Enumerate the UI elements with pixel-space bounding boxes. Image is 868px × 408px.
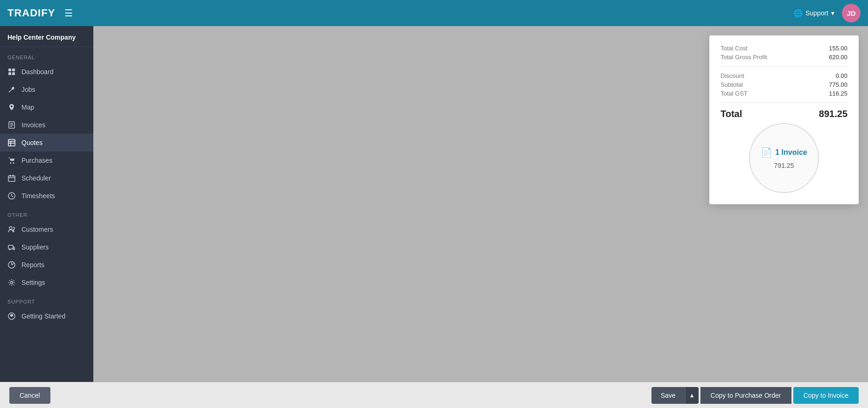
svg-point-13 — [13, 162, 14, 164]
svg-rect-0 — [8, 69, 11, 71]
discount-value: 0.00 — [836, 72, 847, 79]
cart-icon — [7, 156, 16, 165]
total-gst-value: 116.25 — [829, 90, 847, 97]
hamburger-menu[interactable]: ☰ — [64, 7, 73, 19]
suppliers-label: Suppliers — [21, 243, 49, 251]
app-logo: TRADIFY — [7, 7, 55, 19]
sidebar-item-scheduler[interactable]: Scheduler — [0, 169, 93, 187]
globe-icon: 🌐 — [793, 9, 803, 18]
copy-to-invoice-button[interactable]: Copy to Invoice — [793, 387, 859, 404]
truck-icon — [7, 243, 16, 251]
invoice-circle-container: 📄 1 Invoice 791.25 — [721, 123, 847, 193]
sidebar-section-general: GENERAL — [0, 47, 93, 63]
cancel-button[interactable]: Cancel — [9, 387, 50, 404]
total-cost-row: Total Cost 155.00 — [721, 45, 847, 52]
dashboard-label: Dashboard — [21, 68, 54, 76]
grand-total-value: 891.25 — [819, 109, 847, 119]
invoice-count-label: 1 Invoice — [775, 148, 807, 157]
invoice-circle-label: 📄 1 Invoice — [761, 147, 807, 158]
save-button[interactable]: Save — [651, 387, 685, 404]
sidebar-item-customers[interactable]: Customers — [0, 221, 93, 238]
customers-label: Customers — [21, 226, 53, 233]
invoices-label: Invoices — [21, 121, 45, 129]
table-icon — [7, 138, 16, 147]
svg-rect-3 — [12, 72, 15, 75]
sidebar-item-timesheets[interactable]: Timesheets — [0, 187, 93, 205]
svg-point-19 — [9, 227, 12, 229]
total-gross-profit-label: Total Gross Profit — [721, 54, 767, 61]
sidebar-item-quotes[interactable]: Quotes — [0, 134, 93, 152]
main-content: Total Cost 155.00 Total Gross Profit 620… — [93, 26, 868, 382]
total-cost-label: Total Cost — [721, 45, 748, 52]
clock-icon — [7, 192, 16, 200]
wrench-icon — [7, 85, 16, 94]
bottom-bar: Cancel Save ▲ Copy to Purchase Order Cop… — [0, 382, 868, 408]
sidebar-item-dashboard[interactable]: Dashboard — [0, 63, 93, 81]
summary-panel: Total Cost 155.00 Total Gross Profit 620… — [709, 35, 859, 204]
svg-rect-20 — [8, 245, 13, 249]
sidebar: Help Center Company GENERAL Dashboard Jo… — [0, 26, 93, 382]
document-icon: 📄 — [761, 147, 772, 158]
sidebar-company: Help Center Company — [0, 26, 93, 47]
purchases-label: Purchases — [21, 157, 52, 164]
sidebar-item-map[interactable]: Map — [0, 98, 93, 116]
svg-rect-8 — [8, 139, 15, 146]
avatar[interactable]: JD — [842, 4, 861, 22]
grand-total-label: Total — [721, 109, 742, 119]
total-cost-value: 155.00 — [829, 45, 847, 52]
sidebar-item-getting-started[interactable]: Getting Started — [0, 307, 93, 325]
calendar-icon — [7, 174, 16, 182]
timesheets-label: Timesheets — [21, 192, 55, 200]
total-gst-row: Total GST 116.25 — [721, 90, 847, 97]
svg-rect-2 — [8, 72, 11, 75]
pin-icon — [7, 103, 16, 111]
total-gross-profit-value: 620.00 — [829, 54, 847, 61]
svg-rect-1 — [12, 69, 15, 71]
settings-label: Settings — [21, 279, 45, 286]
subtotal-label: Subtotal — [721, 81, 743, 88]
map-label: Map — [21, 104, 34, 111]
subtotal-value: 775.00 — [829, 81, 847, 88]
save-button-group: Save ▲ — [651, 387, 699, 404]
grid-icon — [7, 68, 16, 76]
sidebar-item-purchases[interactable]: Purchases — [0, 152, 93, 169]
total-gross-profit-row: Total Gross Profit 620.00 — [721, 54, 847, 61]
gear-icon — [7, 278, 16, 287]
svg-point-21 — [9, 249, 11, 250]
invoice-circle-amount: 791.25 — [774, 162, 794, 169]
svg-rect-14 — [8, 176, 15, 181]
topnav-right: 🌐 Support ▾ JD — [793, 4, 861, 22]
svg-point-24 — [11, 282, 13, 284]
scheduler-label: Scheduler — [21, 174, 51, 182]
svg-point-22 — [14, 249, 15, 250]
logo-area: TRADIFY ☰ — [7, 7, 73, 19]
users-icon — [7, 225, 16, 234]
sidebar-section-support: SUPPORT — [0, 291, 93, 307]
sidebar-item-jobs[interactable]: Jobs — [0, 81, 93, 98]
grand-total-row: Total 891.25 — [721, 109, 847, 119]
action-buttons: Save ▲ Copy to Purchase Order Copy to In… — [651, 387, 859, 404]
quotes-label: Quotes — [21, 139, 42, 146]
copy-to-purchase-order-button[interactable]: Copy to Purchase Order — [700, 387, 791, 404]
jobs-label: Jobs — [21, 86, 35, 93]
sidebar-item-settings[interactable]: Settings — [0, 274, 93, 291]
support-label: Support — [805, 9, 828, 17]
summary-divider-2 — [721, 103, 847, 103]
sidebar-item-invoices[interactable]: Invoices — [0, 116, 93, 134]
discount-label: Discount — [721, 72, 744, 79]
support-button[interactable]: 🌐 Support ▾ — [793, 9, 834, 18]
discount-row: Discount 0.00 — [721, 72, 847, 79]
sidebar-section-other: OTHER — [0, 205, 93, 221]
chevron-down-icon: ▾ — [831, 9, 834, 17]
chart-icon — [7, 261, 16, 269]
reports-label: Reports — [21, 261, 44, 269]
file-text-icon — [7, 121, 16, 129]
total-gst-label: Total GST — [721, 90, 748, 97]
subtotal-row: Subtotal 775.00 — [721, 81, 847, 88]
save-dropdown-button[interactable]: ▲ — [685, 387, 699, 404]
sidebar-item-reports[interactable]: Reports — [0, 256, 93, 274]
summary-divider-1 — [721, 66, 847, 67]
body-layout: Help Center Company GENERAL Dashboard Jo… — [0, 26, 868, 382]
sidebar-item-suppliers[interactable]: Suppliers — [0, 238, 93, 256]
getting-started-label: Getting Started — [21, 312, 65, 320]
